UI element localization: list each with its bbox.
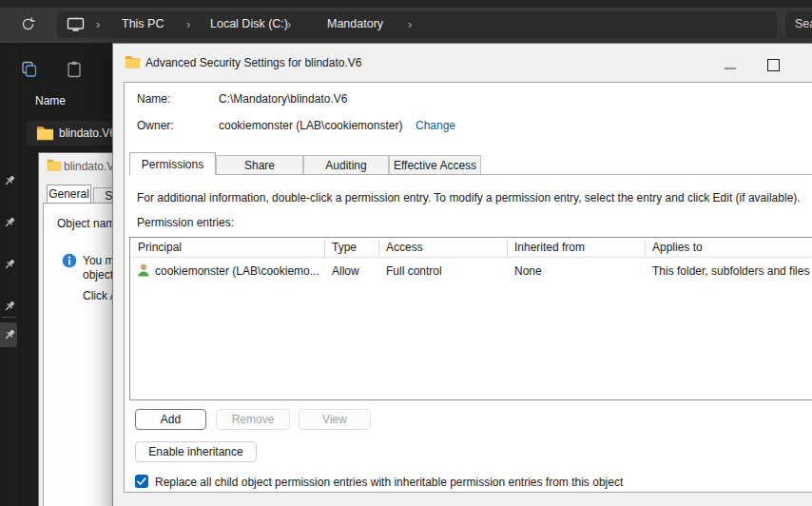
column-header-name[interactable]: Name xyxy=(35,94,66,107)
column-inherited-from[interactable]: Inherited from xyxy=(514,241,585,254)
breadcrumb-chevron-icon: › xyxy=(96,17,100,31)
permission-entries-table: Principal Type Access Inherited from App… xyxy=(129,237,812,400)
this-pc-icon xyxy=(67,17,85,32)
folder-icon xyxy=(47,158,62,171)
cell-inherited-from: None xyxy=(514,264,542,278)
pin-icon[interactable] xyxy=(3,258,16,271)
change-owner-link[interactable]: Change xyxy=(416,119,455,132)
name-value: C:\Mandatory\blindato.V6 xyxy=(219,92,347,106)
tab-effective-access[interactable]: Effective Access xyxy=(389,155,481,175)
dialog-title: Advanced Security Settings for blindato.… xyxy=(145,56,361,69)
enable-inheritance-button[interactable]: Enable inheritance xyxy=(135,441,257,462)
column-separator xyxy=(324,240,325,256)
tab-auditing[interactable]: Auditing xyxy=(303,155,389,175)
properties-dialog-title: blindato.V xyxy=(64,160,114,173)
tab-permissions[interactable]: Permissions xyxy=(129,152,216,175)
cell-type: Allow xyxy=(332,264,359,278)
column-type[interactable]: Type xyxy=(332,241,357,254)
name-label: Name: xyxy=(137,92,170,106)
column-access[interactable]: Access xyxy=(386,241,423,254)
pin-icon[interactable] xyxy=(3,300,16,313)
breadcrumb-mandatory[interactable]: Mandatory xyxy=(327,17,383,30)
breadcrumb-this-pc[interactable]: This PC xyxy=(122,17,164,30)
paste-icon[interactable] xyxy=(65,60,84,79)
tab-strip-underline xyxy=(129,174,812,175)
advanced-security-dialog: Advanced Security Settings for blindato.… xyxy=(112,43,812,506)
remove-button[interactable]: Remove xyxy=(216,409,290,430)
column-separator xyxy=(507,240,508,256)
add-button[interactable]: Add xyxy=(135,409,206,430)
pin-icon[interactable] xyxy=(3,216,16,229)
screen: › This PC › Local Disk (C:) › Mandatory … xyxy=(0,0,812,506)
column-principal[interactable]: Principal xyxy=(138,241,182,254)
file-item-blindato[interactable]: blindato.V6 xyxy=(27,121,126,146)
folder-icon xyxy=(36,125,54,141)
column-separator xyxy=(378,240,379,256)
check-icon xyxy=(135,475,148,488)
cell-applies-to: This folder, subfolders and files xyxy=(652,264,809,278)
refresh-icon[interactable] xyxy=(20,16,36,32)
table-header-row: Principal Type Access Inherited from App… xyxy=(130,238,812,258)
table-row[interactable]: cookiemonster (LAB\cookiemo... Allow Ful… xyxy=(130,259,812,282)
breadcrumb-chevron-icon: › xyxy=(186,17,190,31)
rail-section-divider xyxy=(2,317,15,318)
breadcrumb-chevron-icon: › xyxy=(287,17,291,31)
nav-rail-divider xyxy=(16,43,17,506)
copy-icon[interactable] xyxy=(20,60,39,79)
info-icon xyxy=(62,253,77,268)
search-text: Sea xyxy=(795,17,812,30)
file-item-label: blindato.V6 xyxy=(59,126,116,140)
dialog-content-panel: Name: C:\Mandatory\blindato.V6 Owner: co… xyxy=(124,82,812,493)
owner-label: Owner: xyxy=(137,119,174,132)
address-bar[interactable]: › This PC › Local Disk (C:) › Mandatory … xyxy=(57,11,777,38)
breadcrumb-chevron-icon: › xyxy=(408,17,412,31)
pin-icon[interactable] xyxy=(3,328,16,341)
permission-entries-label: Permission entries: xyxy=(137,216,234,229)
minimize-button[interactable] xyxy=(725,68,736,69)
permissions-description: For additional information, double-click… xyxy=(137,191,801,204)
replace-permissions-checkbox[interactable] xyxy=(135,475,148,488)
search-input[interactable]: Sea xyxy=(785,11,812,38)
cell-principal: cookiemonster (LAB\cookiemo... xyxy=(155,264,319,278)
explorer-titlebar-strip xyxy=(0,0,812,8)
folder-icon xyxy=(125,54,141,68)
column-applies-to[interactable]: Applies to xyxy=(652,241,703,254)
user-icon xyxy=(136,263,151,278)
column-separator xyxy=(645,240,646,256)
breadcrumb-local-disk-c[interactable]: Local Disk (C:) xyxy=(210,17,288,30)
owner-value: cookiemonster (LAB\cookiemonster) xyxy=(219,119,402,132)
replace-permissions-label: Replace all child object permission entr… xyxy=(155,476,623,489)
view-button[interactable]: View xyxy=(299,409,371,430)
cell-access: Full control xyxy=(386,264,442,278)
tab-general[interactable]: General xyxy=(47,185,91,203)
tab-share[interactable]: Share xyxy=(216,155,303,175)
maximize-button[interactable] xyxy=(767,59,780,71)
pin-icon[interactable] xyxy=(3,174,16,187)
